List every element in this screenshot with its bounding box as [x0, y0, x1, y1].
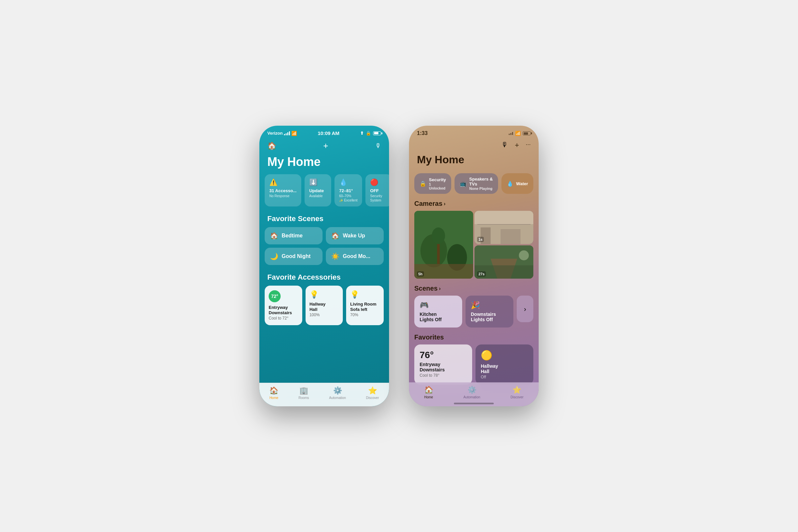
tab-home-right[interactable]: 🏠 Home [424, 386, 433, 399]
svg-rect-7 [474, 211, 533, 224]
fav-hallway[interactable]: 🟡 HallwayHall Off [475, 344, 533, 385]
bedtime-icon: 🏠 [270, 232, 278, 240]
cameras-header[interactable]: Cameras › [409, 198, 539, 211]
accessory-hallway[interactable]: 💡 HallwayHall 100% [306, 286, 343, 325]
pill-security[interactable]: 🔒 Security 1 Unlocked [414, 173, 451, 194]
hallway-icon: 💡 [309, 290, 339, 299]
tab-home-label-right: Home [424, 395, 433, 399]
add-button[interactable]: + [323, 141, 328, 151]
scene-goodnight[interactable]: 🌙 Good Night [265, 248, 323, 265]
scene-bedtime[interactable]: 🏠 Bedtime [265, 227, 323, 244]
security-pill-text: Security 1 Unlocked [429, 177, 446, 190]
battery-icon [373, 131, 381, 135]
lock-icon: 🔒 [366, 131, 371, 136]
tab-discover-label-right: Discover [510, 395, 524, 399]
hallway-name: HallwayHall [309, 302, 339, 312]
home-nav-icon[interactable]: 🏠 [267, 141, 276, 150]
tab-discover-icon: ⭐ [368, 386, 377, 395]
water-pill-icon: 💧 [507, 180, 513, 187]
home-indicator [454, 403, 494, 404]
tab-automation-icon-right: ⚙️ [468, 386, 476, 394]
page-title-right: My Home [409, 151, 539, 171]
camera-garden-timestamp: 5h [417, 271, 424, 277]
nav-bar-left: 🏠 + 🎙 [259, 138, 389, 152]
tab-discover-label: Discover [366, 396, 379, 400]
status-tile-climate[interactable]: 💧 72–81° 60–70%✨ Excellent [335, 174, 362, 207]
tab-rooms-icon: 🏢 [299, 386, 308, 395]
update-value: Update [309, 188, 326, 193]
livingroom-name: Living RoomSofa left [350, 302, 380, 312]
svg-rect-10 [501, 229, 521, 244]
more-button-right[interactable]: ··· [526, 141, 531, 150]
hallway-status: 100% [309, 312, 339, 317]
fav-entryway-status: Cool to 78° [420, 373, 467, 378]
climate-icon: 💧 [339, 178, 358, 186]
water-pill-label: Water [516, 181, 528, 186]
security-off-icon: 🔴 [370, 178, 387, 186]
accessories-icon: ⚠️ [269, 178, 297, 186]
kitchen-scene-name: KitchenLights Off [420, 311, 441, 322]
camera-patio-timestamp: 1s [477, 237, 484, 242]
tab-home-icon-right: 🏠 [424, 386, 433, 394]
bedtime-label: Bedtime [282, 233, 303, 239]
tab-home[interactable]: 🏠 Home [269, 386, 278, 400]
status-tile-accessories[interactable]: ⚠️ 31 Accesso... No Response [265, 174, 301, 207]
scenes-chevron: › [439, 286, 440, 291]
nav-bar-right: 🎙 + ··· [409, 138, 539, 151]
entryway-status: Cool to 72° [269, 316, 298, 321]
fav-entryway-temp: 76° [420, 350, 467, 360]
signal-bars [284, 131, 290, 135]
security-value: OFF [370, 188, 387, 193]
camera-patio[interactable]: 1s [474, 211, 533, 244]
climate-temp: 72–81° [339, 188, 358, 193]
accessories-label: No Response [269, 194, 297, 198]
time-left: 1:33 [417, 130, 428, 136]
time-display-right: 1:33 [417, 130, 428, 136]
scene-goodmorning[interactable]: ☀️ Good Mo... [326, 248, 384, 265]
scene-downstairs-lights[interactable]: 🎉 DownstairsLights Off [466, 296, 513, 327]
pill-speakers[interactable]: 📺 Speakers & TVs None Playing [455, 173, 498, 194]
svg-point-14 [519, 250, 529, 260]
scenes-row: 🎮 KitchenLights Off 🎉 DownstairsLights O… [409, 296, 539, 332]
camera-path[interactable]: 27s [474, 245, 533, 279]
downstairs-scene-icon: 🎉 [471, 301, 480, 309]
phone-right: 1:33 📶 🎙 + ··· My Home 🔒 Se [409, 126, 539, 406]
scene-kitchen-lights[interactable]: 🎮 KitchenLights Off [414, 296, 462, 327]
fav-entryway[interactable]: 76° EntrywayDownstairs Cool to 78° [414, 344, 472, 385]
tab-home-label: Home [269, 396, 278, 400]
scene-wakeup[interactable]: 🏠 Wake Up [326, 227, 384, 244]
add-button-right[interactable]: + [515, 141, 519, 150]
more-scenes-button[interactable]: › [517, 296, 533, 322]
wifi-icon: 📶 [291, 131, 297, 136]
security-pill-icon: 🔒 [420, 180, 426, 187]
phone-left: Verizon 📶 10:09 AM ⬆ 🔒 🏠 + 🎙 My Home [259, 126, 389, 406]
tab-discover-icon-right: ⭐ [512, 386, 521, 394]
status-tile-security[interactable]: 🔴 OFF SecuritySystem [365, 174, 389, 207]
pill-water[interactable]: 💧 Water [501, 173, 533, 194]
entryway-icon: 72° [269, 290, 281, 302]
signal-bars-right [509, 132, 513, 135]
category-pills: 🔒 Security 1 Unlocked 📺 Speakers & TVs N… [409, 171, 539, 198]
livingroom-icon: 💡 [350, 290, 380, 299]
scenes-header[interactable]: Scenes › [409, 283, 539, 296]
cameras-chevron: › [444, 201, 445, 207]
status-tile-update[interactable]: ⬇️ Update Available [305, 174, 331, 207]
carrier-signal: Verizon 📶 [267, 131, 297, 136]
tab-discover[interactable]: ⭐ Discover [366, 386, 379, 400]
right-status-icons: 📶 [509, 131, 531, 136]
speakers-pill-text: Speakers & TVs None Playing [469, 176, 493, 191]
camera-garden[interactable]: 5h [414, 211, 473, 279]
downstairs-scene-name: DownstairsLights Off [471, 311, 496, 322]
siri-button-right[interactable]: 🎙 [501, 141, 508, 150]
accessory-livingroom[interactable]: 💡 Living RoomSofa left 70% [346, 286, 384, 325]
battery-area: ⬆ 🔒 [360, 131, 381, 136]
siri-icon[interactable]: 🎙 [375, 142, 381, 149]
tab-discover-right[interactable]: ⭐ Discover [510, 386, 524, 399]
tab-bar-left: 🏠 Home 🏢 Rooms ⚙️ Automation ⭐ Discover [259, 383, 389, 406]
tab-automation[interactable]: ⚙️ Automation [329, 386, 346, 400]
tab-rooms[interactable]: 🏢 Rooms [299, 386, 309, 400]
wakeup-icon: 🏠 [331, 232, 340, 240]
tab-automation-right[interactable]: ⚙️ Automation [463, 386, 480, 399]
accessory-entryway[interactable]: 72° EntrywayDownstairs Cool to 72° [265, 286, 302, 325]
status-bar-left: Verizon 📶 10:09 AM ⬆ 🔒 [259, 126, 389, 138]
